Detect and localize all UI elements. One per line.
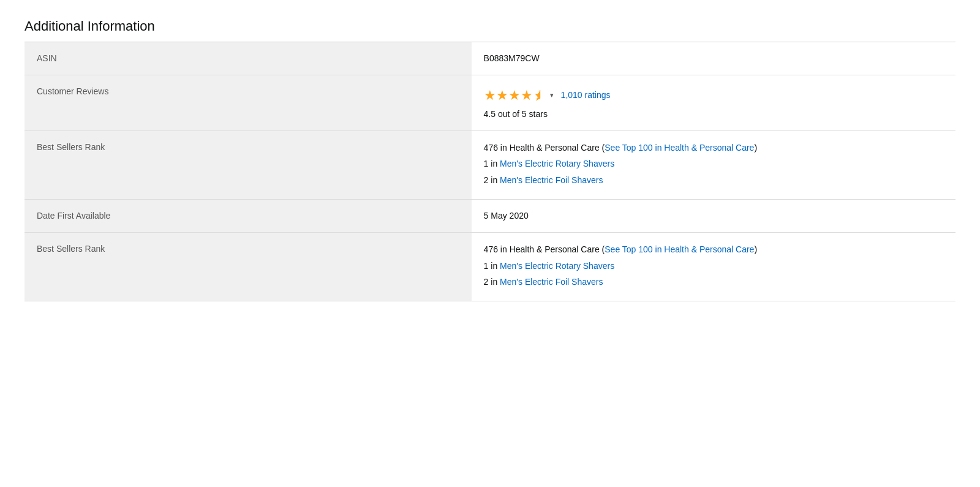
rank-category-link[interactable]: Men's Electric Foil Shavers [500,277,603,287]
rank-prefix: in Health & Personal Care ( [498,244,605,254]
rank-category-link[interactable]: Men's Electric Rotary Shavers [500,159,614,168]
additional-info-table: ASINB0883M79CWCustomer Reviews★★★★⯨▾1,01… [24,42,956,301]
row-value: B0883M79CW [472,42,956,75]
row-value: ★★★★⯨▾1,010 ratings4.5 out of 5 stars [472,75,956,131]
table-row: Date First Available5 May 2020 [24,200,956,233]
row-value: 476 in Health & Personal Care (See Top 1… [472,233,956,301]
row-value: 476 in Health & Personal Care (See Top 1… [472,131,956,200]
row-label: Best Sellers Rank [24,131,472,200]
rank-line: 476 in Health & Personal Care (See Top 1… [484,243,943,256]
stars-out-of-text: 4.5 out of 5 stars [484,108,943,121]
table-row: ASINB0883M79CW [24,42,956,75]
table-row: Customer Reviews★★★★⯨▾1,010 ratings4.5 o… [24,75,956,131]
row-label: Date First Available [24,200,472,233]
rank-number: 476 [484,143,498,153]
star-half: ⯨ [533,86,545,105]
star-filled: ★ [508,85,521,105]
rank-category-link[interactable]: See Top 100 in Health & Personal Care [605,244,754,254]
row-label: Best Sellers Rank [24,233,472,301]
row-value: 5 May 2020 [472,200,956,233]
rank-category-link[interactable]: Men's Electric Foil Shavers [500,175,603,185]
section-title: Additional Information [24,18,956,34]
rank-line: 1 in Men's Electric Rotary Shavers [484,259,943,273]
rank-prefix: in Health & Personal Care ( [498,143,605,153]
star-rating[interactable]: ★★★★⯨ [484,85,545,105]
row-label: ASIN [24,42,472,75]
rank-line: 2 in Men's Electric Foil Shavers [484,173,943,187]
rank-category-link[interactable]: Men's Electric Rotary Shavers [500,261,614,271]
row-label: Customer Reviews [24,75,472,131]
star-filled: ★ [484,85,496,105]
table-row: Best Sellers Rank476 in Health & Persona… [24,233,956,301]
rank-prefix: in [488,277,500,287]
ratings-count-link[interactable]: 1,010 ratings [561,89,611,102]
rank-line: 1 in Men's Electric Rotary Shavers [484,157,943,170]
rank-suffix: ) [754,143,757,153]
rank-line: 476 in Health & Personal Care (See Top 1… [484,141,943,154]
star-filled: ★ [521,85,533,105]
rank-prefix: in [488,159,500,168]
rank-line: 2 in Men's Electric Foil Shavers [484,275,943,289]
rank-suffix: ) [754,244,757,254]
stars-dropdown-arrow[interactable]: ▾ [550,90,554,100]
rank-prefix: in [488,175,500,185]
table-row: Best Sellers Rank476 in Health & Persona… [24,131,956,200]
rank-number: 476 [484,244,498,254]
rank-category-link[interactable]: See Top 100 in Health & Personal Care [605,143,754,153]
stars-container: ★★★★⯨▾1,010 ratings [484,85,943,105]
rank-prefix: in [488,261,500,271]
star-filled: ★ [496,85,508,105]
